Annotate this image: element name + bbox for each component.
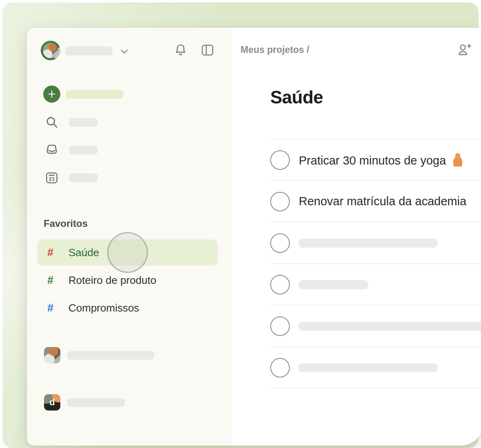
chevron-down-icon[interactable] (120, 47, 129, 56)
calendar-icon[interactable]: 21 (44, 170, 59, 185)
main-content: Meus projetos / Saúde Praticar 30 minuto… (231, 28, 481, 446)
task-checkbox[interactable] (270, 316, 290, 336)
search-icon[interactable] (44, 115, 59, 130)
workspace-d-label-placeholder (67, 398, 125, 407)
task-row[interactable] (270, 347, 481, 389)
add-person-icon[interactable] (456, 42, 472, 58)
task-label: Renovar matrícula da academia (299, 195, 466, 208)
page-title: Saúde (270, 87, 323, 108)
calendar-label-placeholder (69, 173, 98, 182)
task-row[interactable]: Renovar matrícula da academia (270, 181, 481, 222)
task-row[interactable] (270, 305, 481, 347)
task-checkbox[interactable] (270, 192, 290, 211)
app-window: 21 Favoritos # Saúde # Roteiro de produt… (27, 28, 481, 446)
task-label: Praticar 30 minutos de yoga (299, 153, 465, 167)
calendar-day-number: 21 (49, 176, 55, 182)
cursor-indicator (107, 232, 148, 273)
add-task-label-placeholder (66, 90, 124, 99)
yoga-emoji (451, 153, 465, 167)
task-checkbox[interactable] (270, 233, 290, 253)
task-placeholder-bar (299, 322, 481, 331)
add-task-button[interactable] (43, 86, 60, 103)
task-placeholder-bar (299, 280, 368, 289)
search-label-placeholder (69, 118, 98, 127)
user-avatar[interactable] (41, 41, 60, 60)
inbox-icon[interactable] (44, 143, 59, 157)
task-placeholder-bar (299, 363, 437, 372)
task-row[interactable]: Praticar 30 minutos de yoga (270, 139, 481, 181)
task-list: Praticar 30 minutos de yoga Renovar matr… (270, 139, 481, 389)
task-checkbox[interactable] (270, 358, 290, 378)
workspace-d-letter: d (49, 397, 55, 408)
sidebar-item-label: Roteiro de produto (68, 274, 156, 287)
task-placeholder-bar (299, 239, 437, 248)
user-avatar-photo (43, 43, 58, 58)
task-checkbox[interactable] (270, 150, 290, 170)
workspace-label-placeholder (67, 351, 154, 360)
username-placeholder (65, 46, 113, 55)
task-row[interactable] (270, 264, 481, 305)
sidebar-item-label: Saúde (68, 246, 99, 259)
task-row[interactable] (270, 222, 481, 264)
project-hash-icon: # (47, 274, 58, 287)
project-hash-icon: # (47, 302, 58, 314)
inbox-label-placeholder (69, 146, 98, 154)
sidebar-toggle-icon[interactable] (200, 43, 215, 57)
workspace-avatar[interactable] (44, 347, 60, 363)
sidebar: 21 Favoritos # Saúde # Roteiro de produt… (27, 28, 231, 446)
sidebar-item-compromissos[interactable]: # Compromissos (38, 295, 218, 321)
task-checkbox[interactable] (270, 275, 290, 294)
breadcrumb[interactable]: Meus projetos / (240, 44, 309, 55)
sidebar-item-label: Compromissos (68, 302, 139, 314)
workspace-d-avatar[interactable]: d (44, 394, 60, 411)
favorites-header: Favoritos (44, 218, 88, 229)
project-hash-icon: # (47, 246, 58, 259)
notifications-bell-icon[interactable] (173, 43, 188, 57)
